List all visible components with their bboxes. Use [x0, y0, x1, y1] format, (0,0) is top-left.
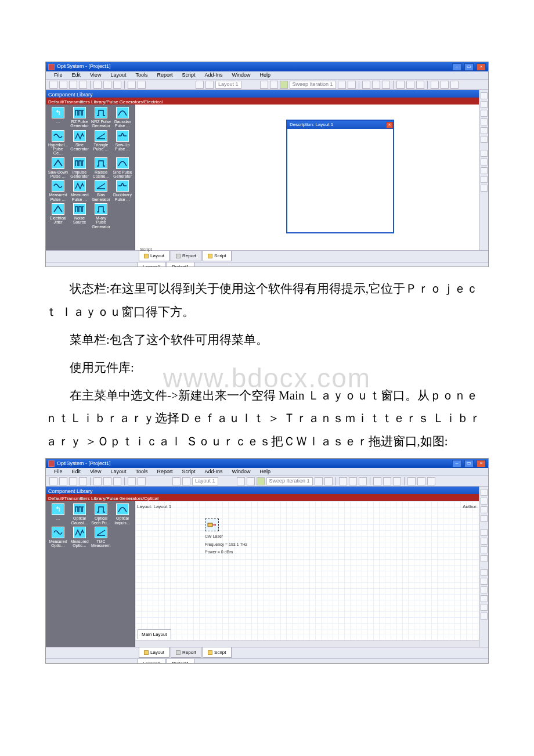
library-item[interactable]: Measured Pulse …	[70, 180, 89, 201]
minimize-button[interactable]: –	[452, 460, 461, 467]
zoom-area-icon[interactable]	[481, 613, 488, 620]
layout-selector[interactable]: Layout 1	[192, 477, 218, 485]
menu-file[interactable]: File	[52, 467, 65, 477]
library-item[interactable]: Optical Impuls…	[113, 503, 132, 525]
view-b-icon[interactable]	[406, 81, 414, 89]
nav-last-icon[interactable]	[348, 81, 356, 89]
menu-bar[interactable]: File Edit View Layout Tools Report Scrip…	[46, 468, 488, 476]
menu-addins[interactable]: Add-Ins	[202, 467, 225, 477]
library-item[interactable]: Measured Optic…	[48, 527, 68, 548]
menu-script[interactable]: Script	[179, 467, 197, 477]
toggle-c-icon[interactable]	[359, 477, 367, 485]
menu-help[interactable]: Help	[258, 467, 273, 477]
library-item[interactable]: Duobinary Pulse …	[113, 180, 132, 201]
tab-main-layout[interactable]: Main Layout	[138, 629, 171, 639]
options-icon[interactable]	[427, 477, 435, 485]
toggle-b-icon[interactable]	[349, 477, 357, 485]
tab-script[interactable]: Script	[203, 647, 231, 658]
menu-bar[interactable]: File Edit View Layout Tools Report Scrip…	[46, 71, 488, 80]
menu-tools[interactable]: Tools	[133, 467, 150, 477]
text-tool-icon[interactable]	[481, 136, 488, 143]
menu-window[interactable]: Window	[230, 467, 253, 477]
layout-b-icon[interactable]	[205, 81, 214, 89]
minimize-button[interactable]: –	[452, 63, 461, 71]
new-icon[interactable]	[49, 477, 57, 485]
nav-last-icon[interactable]	[324, 477, 333, 485]
save-icon[interactable]	[69, 81, 77, 89]
menu-window[interactable]: Window	[230, 70, 253, 80]
sweep-label[interactable]: Sweep Iteration 1	[266, 477, 313, 485]
close-button[interactable]: ×	[477, 460, 486, 467]
library-item[interactable]: NRZ Pulse Generator	[91, 107, 111, 128]
menu-addins[interactable]: Add-Ins	[202, 70, 225, 80]
library-item[interactable]: Measured Optic…	[70, 527, 89, 548]
library-item[interactable]: Noise Source	[70, 203, 89, 229]
zoom-sel-icon[interactable]	[481, 185, 488, 192]
line-tool-icon[interactable]	[481, 546, 488, 553]
library-item[interactable]: Saw-Up Pulse …	[113, 130, 132, 156]
maximize-button[interactable]: ▭	[464, 460, 474, 467]
print-icon[interactable]	[79, 81, 87, 89]
nav-prev-icon[interactable]	[247, 477, 255, 485]
paste-icon[interactable]	[113, 477, 121, 485]
arrow-tool-icon[interactable]	[481, 506, 488, 513]
view-c-icon[interactable]	[393, 477, 401, 485]
copy-icon[interactable]	[103, 477, 111, 485]
tab-lesson1[interactable]: Lesson1	[138, 262, 165, 267]
layout-canvas[interactable]: Layout: Layout 1 Author: CW Laser Freque…	[135, 501, 488, 647]
run-icon[interactable]	[407, 477, 416, 485]
library-item[interactable]: Bias Generator	[91, 180, 111, 201]
menu-edit[interactable]: Edit	[70, 70, 84, 80]
layout-selector[interactable]: Layout 1	[215, 81, 241, 89]
zoom-sel-icon[interactable]	[481, 604, 488, 611]
menu-help[interactable]: Help	[258, 70, 273, 80]
library-item[interactable]: Measured Pulse …	[48, 180, 68, 201]
view-b-icon[interactable]	[383, 477, 391, 485]
menu-script[interactable]: Script	[179, 70, 197, 80]
library-item[interactable]: Hyperbol… Pulse Ge…	[48, 130, 68, 156]
toggle-b-icon[interactable]	[372, 81, 380, 89]
nav-first-icon[interactable]	[260, 81, 268, 89]
view-a-icon[interactable]	[396, 81, 405, 89]
redo-icon[interactable]	[138, 81, 146, 89]
library-item[interactable]: Sinc Pulse Generator	[113, 157, 132, 179]
library-item[interactable]: Saw-Down Pulse …	[48, 157, 68, 179]
tab-project1[interactable]: Project1	[167, 659, 194, 664]
toggle-a-icon[interactable]	[362, 81, 370, 89]
library-item[interactable]: ↰…	[48, 503, 68, 525]
undo-icon[interactable]	[128, 477, 136, 485]
iter-prev-icon[interactable]	[257, 477, 265, 485]
zoom-out-icon[interactable]	[481, 159, 488, 165]
menu-file[interactable]: File	[52, 70, 65, 80]
menu-report[interactable]: Report	[154, 467, 175, 477]
library-item[interactable]: Impulse Generator	[70, 157, 89, 179]
open-icon[interactable]	[59, 81, 67, 89]
run-icon[interactable]	[431, 81, 439, 89]
library-item[interactable]: Triangle Pulse …	[91, 130, 111, 156]
horizontal-scrollbar[interactable]	[135, 640, 481, 647]
menu-edit[interactable]: Edit	[70, 467, 84, 477]
layout-canvas[interactable]: Description: Layout 1 ×	[135, 105, 488, 250]
library-item[interactable]: TMC Measurem…	[91, 527, 111, 548]
rect-tool-icon[interactable]	[481, 529, 488, 536]
stop-icon[interactable]	[417, 477, 425, 485]
open-icon[interactable]	[59, 477, 67, 485]
tab-project1[interactable]: Project1	[167, 262, 194, 267]
nav-next-icon[interactable]	[338, 81, 346, 89]
menu-view[interactable]: View	[88, 467, 103, 477]
new-icon[interactable]	[49, 81, 57, 89]
description-close-icon[interactable]: ×	[386, 122, 393, 128]
menu-view[interactable]: View	[88, 70, 103, 80]
sweep-label[interactable]: Sweep Iteration 1	[290, 81, 336, 89]
copy-icon[interactable]	[103, 81, 111, 89]
zoom-in-icon[interactable]	[481, 150, 488, 157]
text-tool-icon[interactable]	[481, 555, 488, 562]
redo-icon[interactable]	[138, 477, 146, 485]
ellipse-tool-icon[interactable]	[481, 538, 488, 545]
cw-laser-component[interactable]: CW Laser Frequency = 193.1 THz Power = 0…	[205, 519, 247, 556]
library-item[interactable]: Raised Cosine…	[91, 157, 111, 179]
tab-script[interactable]: Script	[203, 251, 231, 261]
view-c-icon[interactable]	[416, 81, 424, 89]
pan-tool-icon[interactable]	[481, 101, 488, 108]
maximize-button[interactable]: ▭	[464, 63, 474, 71]
